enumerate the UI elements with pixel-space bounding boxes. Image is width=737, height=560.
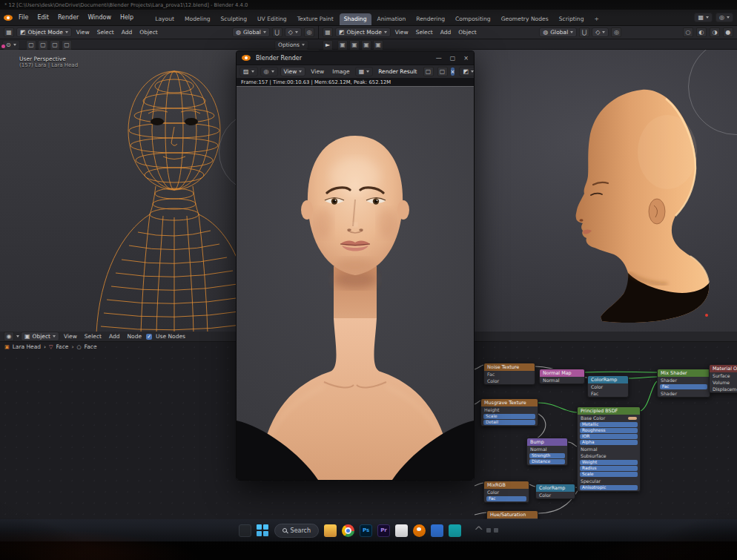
tab-sculpting[interactable]: Sculpting [217,13,251,25]
color-swatch[interactable] [628,417,637,420]
node-colorramp[interactable]: ColorRamp Color Fac [587,375,629,398]
viewport-shading-wireframe-icon[interactable]: ○ [683,27,693,37]
select-mode-2[interactable]: ▣ [349,40,360,50]
add-workspace-button[interactable]: + [589,13,603,25]
mode-dropdown[interactable]: ◩Object Mode [16,27,72,37]
blender-logo-icon[interactable] [4,15,13,21]
unlink-image-icon[interactable]: × [451,67,455,76]
node-bump[interactable]: Bump Normal Strength Distance [526,438,568,466]
windows-start-button[interactable] [257,524,269,537]
viewport-shading-rendered-icon[interactable]: ● [723,27,733,37]
tool-option-2[interactable]: ▢ [38,40,48,50]
node-material-output[interactable]: Material Output Surface Volume Displacem… [709,364,737,393]
shader-editor-type-icon[interactable]: ◉ [4,332,14,341]
menu-view[interactable]: View [61,333,80,340]
node-noise-texture[interactable]: Noise Texture Fac Color [483,363,535,385]
snap-magnet-icon[interactable]: ⋃ [579,27,589,37]
tab-compositing[interactable]: Compositing [451,13,495,25]
scene-selector[interactable]: ▦ [694,13,713,22]
system-tray[interactable]: ^ [474,524,498,538]
tab-uv-editing[interactable]: UV Editing [253,13,291,25]
node-musgrave-texture[interactable]: Musgrave Texture Height Scale Detail [480,398,538,426]
viewport-shading-material-icon[interactable]: ◑ [710,27,720,37]
premiere-icon[interactable]: Pr [377,524,390,537]
pivot-dropdown[interactable]: ◎ [260,67,278,76]
tab-shading[interactable]: Shading [340,13,371,25]
menu-add[interactable]: Add [437,29,455,36]
select-mode-4[interactable]: ▣ [373,40,383,50]
taskbar-search[interactable]: Search [274,524,319,538]
snap-dropdown[interactable]: ◇ [592,27,609,37]
proportional-editing-icon[interactable]: ◎ [611,27,621,37]
node-normal-map[interactable]: Normal Map Normal [539,369,585,384]
menu-select[interactable]: Select [413,29,436,36]
tool-option-1[interactable]: ▢ [26,40,36,50]
render-result-image[interactable] [237,87,474,480]
tool-option-4[interactable]: ▢ [62,40,72,50]
menu-select[interactable]: Select [94,29,117,36]
blue-app-icon[interactable] [431,524,443,537]
maximize-icon[interactable]: ▢ [450,55,456,62]
menu-edit[interactable]: Edit [33,14,53,21]
shader-type-dropdown[interactable]: ▣Object [21,332,59,341]
view-layer-selector[interactable]: ◎ [715,13,733,22]
tray-icon-2[interactable] [494,528,498,533]
photoshop-icon[interactable]: Ps [360,524,372,537]
viewport-shading-solid-icon[interactable]: ◐ [696,27,707,37]
editor-type-icon[interactable]: ▦ [4,27,14,37]
light-app-icon[interactable] [395,524,408,537]
menu-object[interactable]: Object [455,29,479,36]
fake-user-icon[interactable]: ▢ [423,67,434,76]
orientation-dropdown[interactable]: ◍Global [232,27,270,37]
tool-option-3[interactable]: ▢ [50,40,60,50]
display-channels-dropdown[interactable]: ◩ [459,67,475,76]
node-mix-shader[interactable]: Mix Shader Shader Fac Shader [657,369,710,398]
chrome-icon[interactable] [342,524,354,537]
menu-node[interactable]: Node [124,333,145,340]
tab-rendering[interactable]: Rendering [412,13,449,25]
file-explorer-icon[interactable] [324,524,337,537]
menu-object[interactable]: Object [136,29,160,36]
minimize-icon[interactable]: — [436,55,442,62]
tab-animation[interactable]: Animation [373,13,411,25]
select-mode-1[interactable]: ▣ [337,40,348,50]
teal-app-icon[interactable] [449,524,461,537]
render-window-titlebar[interactable]: Blender Render — ▢ × [237,51,474,65]
select-tool-icon[interactable]: ► [323,40,333,50]
blender-taskbar-icon[interactable] [413,524,426,537]
image-browse-dropdown[interactable]: ▦ [355,67,374,76]
tray-icon-1[interactable] [486,528,491,533]
menu-file[interactable]: File [14,14,33,21]
options-dropdown[interactable]: Options [274,40,308,50]
close-icon[interactable]: × [463,55,469,62]
orientation-dropdown[interactable]: ◍Global [539,27,577,37]
tab-texture-paint[interactable]: Texture Paint [293,13,338,25]
mode-dropdown[interactable]: View [280,67,306,76]
new-image-icon[interactable]: ▢ [437,67,448,76]
tab-geometry-nodes[interactable]: Geometry Nodes [497,13,553,25]
node-principled-bsdf[interactable]: Principled BSDF Base Color Metallic Roug… [577,406,641,492]
select-mode-3[interactable]: ▣ [361,40,371,50]
node-hue-saturation[interactable]: Hue/Saturation Color [486,510,538,519]
menu-view[interactable]: View [308,68,327,75]
menu-render[interactable]: Render [53,14,83,21]
node-colorramp-2[interactable]: ColorRamp Color [535,484,575,499]
menu-select[interactable]: Select [82,333,105,340]
menu-add[interactable]: Add [106,333,123,340]
menu-window[interactable]: Window [83,14,116,21]
tab-modeling[interactable]: Modeling [180,13,215,25]
mode-dropdown[interactable]: ◩Object Mode [335,27,391,37]
tab-scripting[interactable]: Scripting [555,13,589,25]
menu-help[interactable]: Help [116,14,138,21]
tray-expand-icon[interactable]: ^ [474,524,483,538]
editor-type-dropdown[interactable]: ▨ [239,67,258,76]
menu-add[interactable]: Add [119,29,136,36]
snap-magnet-icon[interactable]: ⋃ [272,27,282,37]
tab-layout[interactable]: Layout [151,13,179,25]
snap-dropdown[interactable]: ◇ [285,27,302,37]
editor-type-icon[interactable]: ▦ [323,27,333,37]
render-window[interactable]: Blender Render — ▢ × ▨ ◎ View View Image… [236,50,475,481]
image-name[interactable]: Render Result [375,68,420,75]
taskbar-pinned-app[interactable] [239,524,251,537]
menu-image[interactable]: Image [329,68,353,75]
